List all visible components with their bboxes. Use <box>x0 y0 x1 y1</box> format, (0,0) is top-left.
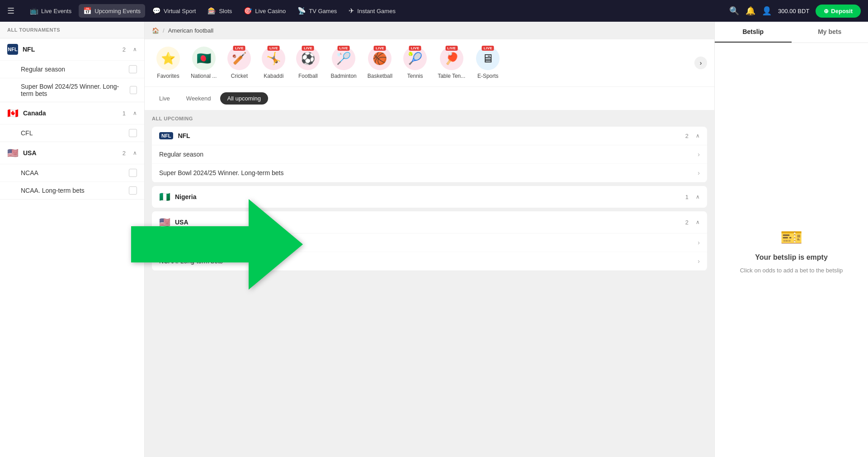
sport-icon-esports[interactable]: LIVE 🖥 E-Sports <box>472 44 504 82</box>
main-content: 🏠 / American football ⭐ Favorites 🇧🇩 Nat… <box>145 22 714 457</box>
cricket-live-badge: LIVE <box>233 46 245 51</box>
breadcrumb: 🏠 / American football <box>145 22 714 39</box>
badminton-label: Badminton <box>330 73 356 79</box>
sport-icons-scroll-right[interactable]: › <box>694 57 707 69</box>
sidebar-item-regular-season[interactable]: Regular season <box>0 60 144 78</box>
tennis-label: Tennis <box>407 73 423 79</box>
upcoming-card-nfl-header[interactable]: NFL NFL 2 ∧ <box>152 127 707 145</box>
nav-tv-games[interactable]: 📡 TV Games <box>293 4 341 18</box>
nfl-count: 2 <box>123 46 126 53</box>
badminton-emoji: 🏸 <box>336 52 351 66</box>
sport-icon-table-tennis[interactable]: LIVE 🏓 Table Ten... <box>433 44 470 82</box>
sidebar-item-super-bowl[interactable]: Super Bowl 2024/25 Winner. Long-term bet… <box>0 78 144 102</box>
upcoming-item-regular-season[interactable]: Regular season › <box>152 145 707 164</box>
virtual-sport-icon: 💬 <box>152 7 161 15</box>
instant-games-icon: ✈ <box>349 7 354 15</box>
ncaa-long-checkbox[interactable] <box>129 186 137 195</box>
nav-virtual-sport[interactable]: 💬 Virtual Sport <box>148 4 200 18</box>
cricket-icon-wrapper: LIVE 🏏 <box>227 47 251 70</box>
sport-icon-football[interactable]: LIVE ⚽ Football <box>292 44 324 82</box>
home-icon[interactable]: 🏠 <box>152 27 159 34</box>
upcoming-label: ALL UPCOMING <box>152 116 707 121</box>
football-live-badge: LIVE <box>302 46 314 51</box>
bell-icon[interactable]: 🔔 <box>745 6 755 16</box>
esports-emoji: 🖥 <box>482 52 494 66</box>
search-icon[interactable]: 🔍 <box>729 6 739 16</box>
upcoming-card-nfl: NFL NFL 2 ∧ Regular season › Super Bowl … <box>152 127 707 182</box>
live-casino-icon: 🎯 <box>244 7 252 15</box>
tournament-group-canada-header[interactable]: 🇨🇦 Canada 1 ∧ <box>0 102 144 124</box>
nav-virtual-sport-label: Virtual Sport <box>164 8 196 14</box>
badminton-icon-wrapper: LIVE 🏸 <box>332 47 355 70</box>
tournament-group-usa-header[interactable]: 🇺🇸 USA 2 ∧ <box>0 142 144 164</box>
favorites-emoji: ⭐ <box>161 52 175 66</box>
sport-icon-tennis[interactable]: LIVE 🎾 Tennis <box>399 44 431 82</box>
breadcrumb-current: American football <box>168 27 213 34</box>
nav-upcoming-events[interactable]: 📅 Upcoming Events <box>79 4 145 18</box>
ticket-icon: 🎫 <box>780 227 803 248</box>
betslip-tabs: Betslip My bets <box>715 22 868 43</box>
nav-instant-games-label: Instant Games <box>357 8 396 14</box>
national-icon-wrapper: 🇧🇩 <box>192 47 216 70</box>
betslip-tab-mybets[interactable]: My bets <box>792 22 868 43</box>
upcoming-card-nigeria-header[interactable]: 🇳🇬 Nigeria 1 ∧ <box>152 186 707 208</box>
super-bowl-checkbox[interactable] <box>130 86 137 94</box>
sidebar-item-ncaa-long[interactable]: NCAA. Long-term bets <box>0 181 144 199</box>
deposit-button[interactable]: ⊕ Deposit <box>816 5 861 18</box>
upcoming-card-usa-header[interactable]: 🇺🇸 USA 2 ∧ <box>152 211 707 233</box>
cfl-label: CFL <box>21 129 33 137</box>
nav-slots[interactable]: 🎰 Slots <box>203 4 236 18</box>
national-label: National ... <box>191 73 217 79</box>
filter-tab-all-upcoming[interactable]: All upcoming <box>220 92 268 105</box>
tournament-group-nfl-header[interactable]: NFL NFL 2 ∧ <box>0 38 144 60</box>
betslip-empty-sub: Click on odds to add a bet to the betsli… <box>731 267 852 274</box>
sport-icon-basketball[interactable]: LIVE 🏀 Basketball <box>363 44 397 82</box>
user-icon[interactable]: 👤 <box>762 6 772 16</box>
sidebar-item-cfl[interactable]: CFL <box>0 124 144 142</box>
ncaa-label: NCAA <box>21 169 38 176</box>
sport-icon-kabaddi[interactable]: LIVE 🤸 Kabaddi <box>257 44 290 82</box>
usa-card-count: 2 <box>685 219 689 226</box>
filter-tabs: Live Weekend All upcoming <box>145 87 714 110</box>
usa-name: USA <box>23 149 118 157</box>
sidebar-item-ncaa[interactable]: NCAA <box>0 164 144 181</box>
nfl-card-logo: NFL <box>159 132 173 139</box>
regular-season-checkbox[interactable] <box>129 65 137 73</box>
usa-card-flag: 🇺🇸 <box>159 217 170 228</box>
sport-icon-badminton[interactable]: LIVE 🏸 Badminton <box>326 44 361 82</box>
nav-live-casino[interactable]: 🎯 Live Casino <box>239 4 290 18</box>
sport-icon-cricket[interactable]: LIVE 🏏 Cricket <box>223 44 255 82</box>
ncaa-long-label: NCAA. Long-term bets <box>21 187 85 194</box>
cfl-checkbox[interactable] <box>129 129 137 137</box>
betslip-empty-state: 🎫 Your betslip is empty Click on odds to… <box>715 43 868 457</box>
deposit-icon: ⊕ <box>824 8 829 14</box>
canada-name: Canada <box>23 109 118 117</box>
nav-live-events[interactable]: 📺 Live Events <box>25 4 76 18</box>
table-tennis-emoji: 🏓 <box>444 52 459 66</box>
table-tennis-live-badge: LIVE <box>445 46 458 51</box>
upcoming-regular-season-label: Regular season <box>159 151 203 158</box>
tournament-group-canada: 🇨🇦 Canada 1 ∧ CFL <box>0 102 144 142</box>
sport-icon-favorites[interactable]: ⭐ Favorites <box>152 44 184 82</box>
nav-upcoming-events-label: Upcoming Events <box>94 8 141 14</box>
sport-icon-national[interactable]: 🇧🇩 National ... <box>186 44 221 82</box>
canada-count: 1 <box>123 110 126 117</box>
upcoming-events-icon: 📅 <box>83 7 92 15</box>
kabaddi-label: Kabaddi <box>264 73 283 79</box>
upcoming-item-ncaa[interactable]: NCAA › <box>152 233 707 252</box>
usa-flag: 🇺🇸 <box>7 148 19 158</box>
nav-instant-games[interactable]: ✈ Instant Games <box>344 4 400 18</box>
nav-live-events-label: Live Events <box>41 8 71 14</box>
betslip-tab-betslip[interactable]: Betslip <box>715 22 792 43</box>
canada-chevron-icon: ∧ <box>133 110 137 116</box>
upcoming-card-nigeria: 🇳🇬 Nigeria 1 ∧ <box>152 186 707 208</box>
upcoming-item-ncaa-long[interactable]: NCAA. Long-term bets › <box>152 252 707 271</box>
tournament-group-usa: 🇺🇸 USA 2 ∧ NCAA NCAA. Long-term bets <box>0 142 144 200</box>
upcoming-item-super-bowl[interactable]: Super Bowl 2024/25 Winner. Long-term bet… <box>152 164 707 182</box>
filter-tab-live[interactable]: Live <box>152 92 177 105</box>
ncaa-checkbox[interactable] <box>129 169 137 177</box>
filter-tab-weekend[interactable]: Weekend <box>179 92 218 105</box>
badminton-live-badge: LIVE <box>338 46 350 51</box>
menu-icon[interactable]: ☰ <box>7 6 14 16</box>
usa-card-title: USA <box>175 219 681 226</box>
